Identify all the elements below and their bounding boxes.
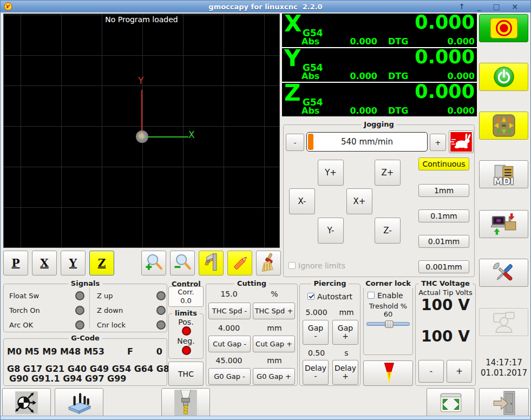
thc-voltage-plus-button[interactable]: +	[447, 360, 472, 383]
rollup-icon[interactable]: ↑	[455, 1, 469, 12]
machine-transfer-icon	[491, 212, 517, 236]
increment-1mm-button[interactable]: 1mm	[418, 184, 469, 197]
jog-pad-button[interactable]	[479, 111, 528, 140]
ignore-limits-checkbox[interactable]	[289, 262, 296, 269]
increment-0001mm-button[interactable]: 0.001mm	[418, 260, 469, 273]
threshold-label: Treshold %	[364, 302, 412, 310]
increment-001mm-button[interactable]: 0.01mm	[418, 235, 469, 248]
dro-panel[interactable]: X G54 0.000 Abs 0.000 DTG 0.000 Y G54 0.…	[282, 14, 477, 116]
gmoccapy-window: gmoccapy for linuxcnc 2.2.0 ↑ _ □ × No P…	[0, 0, 531, 420]
pierce-delay-value: 0.50	[300, 349, 333, 357]
power-button[interactable]	[479, 63, 528, 91]
gremlin-preview[interactable]: No Program loaded Y X	[3, 14, 280, 248]
threshold-slider-thumb[interactable]	[385, 320, 394, 328]
tool-measure-button[interactable]	[161, 388, 210, 417]
user-mode-button	[479, 308, 528, 336]
dro-row-y[interactable]: Y G54 0.000 Abs 0.000 DTG 0.000	[282, 48, 477, 82]
view-x-button[interactable]: X	[32, 251, 57, 275]
jog-x-plus-button[interactable]: X+	[346, 188, 372, 214]
g0-gap-minus-button[interactable]: G0 Gap -	[208, 368, 251, 385]
cutting-title: Cutting	[234, 279, 269, 288]
emergency-stop-icon	[487, 17, 521, 40]
cnr-lock-led	[156, 320, 166, 330]
maximize-icon[interactable]: □	[489, 1, 503, 12]
x-axis-line	[142, 136, 188, 137]
pierce-gap-plus-button[interactable]: Gap +	[332, 320, 358, 345]
cut-gap-minus-button[interactable]: Cut Gap -	[208, 336, 251, 352]
threshold-slider[interactable]	[366, 322, 410, 326]
draw-button[interactable]	[227, 251, 252, 275]
exit-button[interactable]	[479, 388, 529, 417]
ignore-limits-label: Ignore limits	[298, 261, 345, 270]
axis-letter: Y	[284, 45, 300, 71]
jog-x-minus-button[interactable]: X-	[289, 188, 315, 214]
continuous-button[interactable]: Continuous	[418, 158, 469, 170]
dro-row-x[interactable]: X G54 0.000 Abs 0.000 DTG 0.000	[282, 14, 477, 47]
limits-title: limits	[172, 309, 200, 318]
titlebar: gmoccapy for linuxcnc 2.2.0 ↑ _ □ ×	[1, 1, 530, 12]
view-z-label: Z	[98, 257, 106, 270]
fast-jog-button[interactable]	[449, 130, 474, 153]
probe-button[interactable]	[55, 388, 103, 417]
mdi-button[interactable]: MDI	[479, 160, 528, 188]
jog-y-plus-button[interactable]: Y+	[318, 160, 344, 186]
enable-checkbox[interactable]	[368, 292, 375, 299]
x-axis-label: X	[188, 129, 195, 140]
limits-frame: limits Pos. Neg.	[168, 313, 204, 359]
jog-z-plus-button[interactable]: Z+	[375, 160, 401, 186]
pierce-gap-minus-button[interactable]: Gap -	[303, 320, 329, 345]
dtg-value: 0.000	[447, 71, 475, 81]
axis-value: 0.000	[415, 81, 475, 102]
close-icon[interactable]: ×	[508, 1, 522, 12]
thc-speed-minus-button[interactable]: THC Spd -	[208, 303, 251, 319]
broom-icon	[258, 252, 279, 274]
jog-y-minus-button[interactable]: Y-	[318, 218, 344, 244]
view-y-button[interactable]: Y	[61, 251, 86, 275]
thc-speed-unit: %	[252, 290, 297, 298]
abs-label: Abs	[301, 71, 319, 81]
g0-gap-plus-button[interactable]: G0 Gap +	[253, 368, 295, 385]
thc-button[interactable]: THC	[168, 362, 204, 386]
clear-view-button[interactable]	[256, 251, 281, 275]
dtg-label: DTG	[388, 106, 408, 116]
settings-button[interactable]	[479, 259, 528, 287]
auto-mode-button[interactable]	[479, 210, 528, 238]
pierce-gap-minus-label: Gap	[308, 324, 323, 332]
view-p-button[interactable]: P	[3, 251, 28, 275]
rabbit-icon	[450, 132, 472, 152]
minimize-icon[interactable]: _	[472, 1, 486, 12]
z-up-led	[156, 291, 166, 300]
pierce-delay-minus-button[interactable]: Delay -	[303, 360, 329, 385]
torch-button[interactable]	[363, 360, 413, 386]
touch-off-button[interactable]	[2, 388, 51, 417]
signal-label: Z up	[97, 292, 113, 300]
autostart-checkbox[interactable]	[307, 293, 314, 300]
pierce-gap-unit: mm	[333, 308, 360, 317]
thc-speed-plus-button[interactable]: THC Spd +	[253, 303, 295, 319]
zoom-in-button[interactable]	[141, 251, 166, 275]
estop-button[interactable]	[479, 14, 528, 42]
feed-value: 0	[156, 346, 162, 357]
cut-gap-plus-button[interactable]: Cut Gap +	[253, 336, 295, 352]
thc-voltage-frame: THC Voltage Actual Tip Volts 100 V 100 V…	[415, 284, 476, 386]
view-z-button[interactable]: Z	[89, 251, 114, 275]
jog-speed-minus-button[interactable]: -	[286, 134, 304, 151]
dimensions-button[interactable]	[199, 251, 224, 275]
probe-plate-icon	[65, 390, 93, 415]
feed-label: F	[127, 346, 133, 357]
clock: 14:17:17 01.01.2017	[479, 358, 529, 378]
neg-limit-label: Neg.	[169, 337, 203, 345]
pierce-gap-value: 5.000	[300, 308, 333, 317]
dro-row-z[interactable]: Z G54 0.000 Abs 0.000 DTG 0.000	[282, 83, 477, 116]
jog-z-minus-button[interactable]: Z-	[375, 218, 401, 244]
zoom-out-button[interactable]	[170, 251, 195, 275]
jog-speed-bar[interactable]: 540 mm/min	[306, 132, 428, 152]
pierce-delay-plus-button[interactable]: Delay +	[332, 360, 358, 385]
jog-speed-plus-button[interactable]: +	[430, 134, 446, 151]
fullscreen-button[interactable]	[427, 388, 475, 417]
abs-value: 0.000	[325, 36, 377, 47]
thc-voltage-minus-button[interactable]: -	[418, 360, 444, 383]
increment-01mm-button[interactable]: 0.1mm	[418, 209, 469, 222]
active-gcodes-line1: G8 G17 G21 G40 G49 G54 G64 G80	[7, 364, 175, 374]
thc-voltage-actual: 100 V	[416, 327, 475, 345]
